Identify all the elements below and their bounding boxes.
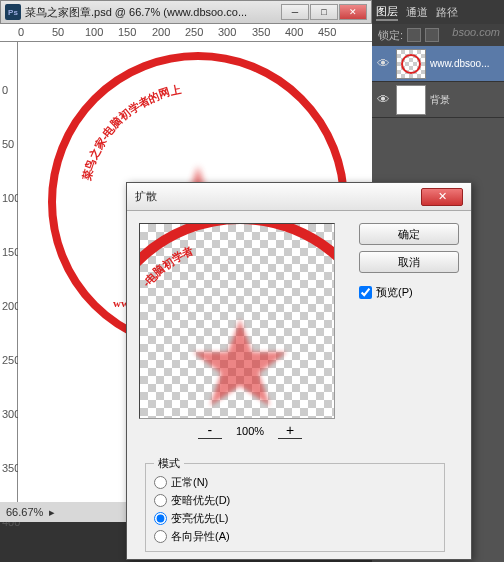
dialog-titlebar[interactable]: 扩散 ✕ xyxy=(127,183,471,211)
watermark-text: bsoo.com xyxy=(452,26,500,38)
mode-option-lighten[interactable]: 变亮优先(L) xyxy=(154,511,436,526)
visibility-icon[interactable]: 👁 xyxy=(374,55,392,73)
cancel-button[interactable]: 取消 xyxy=(359,251,459,273)
layer-row[interactable]: 👁 www.dbsoo... xyxy=(372,46,504,82)
layer-thumbnail[interactable] xyxy=(396,49,426,79)
info-icon[interactable]: ▸ xyxy=(49,506,55,519)
layer-name[interactable]: www.dbsoo... xyxy=(430,58,502,69)
tab-channels[interactable]: 通道 xyxy=(406,5,428,20)
maximize-button[interactable]: □ xyxy=(310,4,338,20)
layer-name[interactable]: 背景 xyxy=(430,93,502,107)
lock-label: 锁定: xyxy=(378,28,403,43)
preview-zoom-controls: - 100% + xyxy=(139,423,349,439)
lock-transparency-icon[interactable] xyxy=(407,28,421,42)
mode-option-darken[interactable]: 变暗优先(D) xyxy=(154,493,436,508)
zoom-level[interactable]: 66.67% xyxy=(6,506,43,518)
preview-checkbox[interactable] xyxy=(359,286,372,299)
ok-button[interactable]: 确定 xyxy=(359,223,459,245)
layer-row[interactable]: 👁 背景 xyxy=(372,82,504,118)
svg-marker-5 xyxy=(193,319,287,406)
lock-pixels-icon[interactable] xyxy=(425,28,439,42)
visibility-icon[interactable]: 👁 xyxy=(374,91,392,109)
zoom-out-button[interactable]: - xyxy=(198,423,222,439)
document-titlebar[interactable]: Ps 菜鸟之家图章.psd @ 66.7% (www.dbsoo.co... ─… xyxy=(0,0,372,24)
preview-zoom-value: 100% xyxy=(236,425,264,437)
document-title: 菜鸟之家图章.psd @ 66.7% (www.dbsoo.co... xyxy=(25,5,281,20)
preview-label: 预览(P) xyxy=(376,285,413,300)
zoom-in-button[interactable]: + xyxy=(278,423,302,439)
dialog-title: 扩散 xyxy=(135,189,421,204)
ps-icon: Ps xyxy=(5,4,21,20)
svg-point-3 xyxy=(139,223,335,419)
ruler-vertical[interactable]: 050100 150200250 300350400 xyxy=(0,42,18,502)
close-button[interactable]: ✕ xyxy=(339,4,367,20)
window-buttons: ─ □ ✕ xyxy=(281,4,367,20)
document-window: Ps 菜鸟之家图章.psd @ 66.7% (www.dbsoo.co... ─… xyxy=(0,0,372,42)
mode-legend: 模式 xyxy=(154,456,184,471)
layer-thumbnail[interactable] xyxy=(396,85,426,115)
diffuse-dialog: 扩散 ✕ -电脑初学者 - 100% + 确定 取消 xyxy=(126,182,472,560)
preview-checkbox-row[interactable]: 预览(P) xyxy=(359,285,459,300)
dialog-close-button[interactable]: ✕ xyxy=(421,188,463,206)
preview-area[interactable]: -电脑初学者 xyxy=(139,223,335,419)
tab-layers[interactable]: 图层 xyxy=(376,4,398,21)
tab-paths[interactable]: 路径 xyxy=(436,5,458,20)
ruler-horizontal[interactable]: 0 50 100 150 200 250 300 350 400 450 xyxy=(0,24,372,42)
panel-tabs: 图层 通道 路径 xyxy=(372,0,504,24)
mode-option-normal[interactable]: 正常(N) xyxy=(154,475,436,490)
mode-option-aniso[interactable]: 各向异性(A) xyxy=(154,529,436,544)
minimize-button[interactable]: ─ xyxy=(281,4,309,20)
mode-group: 模式 正常(N) 变暗优先(D) 变亮优先(L) 各向异性(A) xyxy=(145,463,445,552)
